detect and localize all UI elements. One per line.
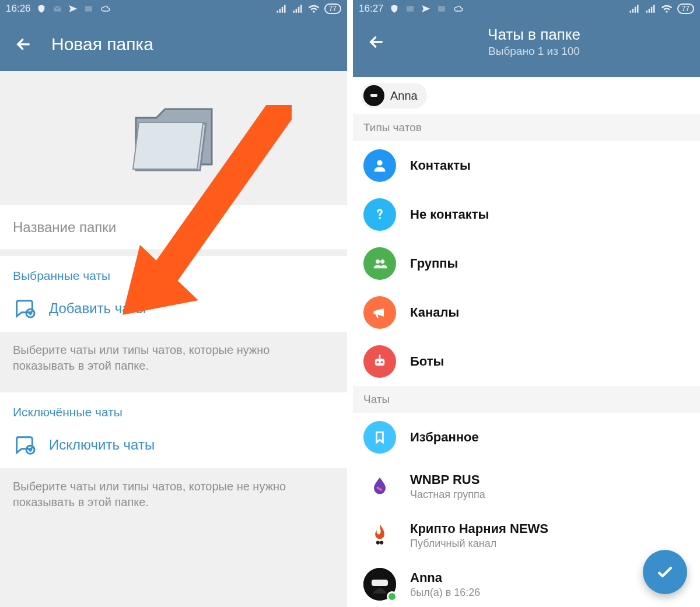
shield-icon: [390, 4, 399, 13]
svg-point-9: [377, 361, 379, 363]
status-bar: 16:26 77: [0, 0, 347, 17]
chat-subtitle: был(а) в 16:26: [410, 587, 480, 599]
type-label: Каналы: [410, 305, 459, 320]
wifi-icon: [661, 3, 673, 15]
svg-point-10: [381, 361, 383, 363]
mail-icon: [405, 4, 415, 13]
selected-chats-header: Выбранные чаты: [0, 250, 347, 289]
chat-title: WNBP RUS: [410, 472, 485, 487]
mail-icon-2: [436, 4, 447, 13]
svg-rect-15: [372, 580, 388, 586]
selected-chats-hint: Выберите чаты или типы чатов, которые ну…: [0, 332, 347, 387]
megaphone-icon: [363, 296, 396, 329]
type-label: Не контакты: [410, 207, 489, 222]
type-label: Группы: [410, 256, 458, 271]
check-icon: [655, 562, 675, 582]
type-row-group[interactable]: Группы: [353, 239, 700, 288]
chip-anna[interactable]: Anna: [361, 83, 427, 108]
folder-illustration: [0, 71, 347, 205]
chat-plus-icon: [13, 297, 36, 320]
avatar-icon: [363, 421, 396, 454]
add-chats-label: Добавить чаты: [49, 300, 146, 317]
chats-section-header: Чаты: [353, 386, 700, 413]
chat-subtitle: Публичный канал: [410, 538, 548, 550]
selected-chips-row: Anna: [353, 77, 700, 114]
type-row-person[interactable]: Контакты: [353, 141, 700, 190]
signal-icon-2: [645, 3, 656, 15]
folder-name-input[interactable]: Название папки: [0, 205, 347, 250]
phone-left: 16:26 77 Нов: [0, 0, 347, 607]
chat-title: Избранное: [410, 430, 479, 445]
question-icon: [363, 198, 396, 231]
back-button[interactable]: [363, 29, 389, 55]
app-bar: Новая папка: [0, 17, 347, 71]
excluded-chats-hint: Выберите чаты или типы чатов, которые не…: [0, 468, 347, 523]
cloud-icon: [100, 4, 111, 13]
app-bar: Чаты в папке Выбрано 1 из 100: [353, 17, 700, 77]
add-chats-button[interactable]: Добавить чаты: [0, 289, 347, 332]
robot-icon: [363, 345, 396, 378]
svg-point-6: [376, 259, 380, 264]
battery-indicator: 77: [324, 3, 341, 14]
page-title: Чаты в папке: [488, 26, 580, 44]
type-label: Контакты: [410, 158, 471, 173]
svg-point-12: [376, 541, 380, 544]
signal-icon: [628, 3, 640, 15]
exclude-chats-label: Исключить чаты: [49, 437, 155, 453]
person-icon: [363, 149, 396, 182]
send-icon: [421, 4, 430, 13]
exclude-chats-button[interactable]: Исключить чаты: [0, 425, 347, 468]
status-time: 16:26: [6, 3, 31, 15]
status-time: 16:27: [359, 3, 384, 15]
mail-icon-2: [83, 4, 94, 13]
svg-point-13: [380, 541, 383, 544]
mail-icon: [52, 4, 62, 13]
type-row-megaphone[interactable]: Каналы: [353, 288, 700, 337]
group-icon: [363, 247, 396, 280]
svg-point-7: [380, 259, 384, 264]
page-title: Новая папка: [51, 34, 153, 54]
svg-rect-3: [370, 94, 377, 97]
chat-title: Anna: [410, 570, 480, 585]
confirm-fab[interactable]: [643, 550, 687, 594]
chat-subtitle: Частная группа: [410, 489, 485, 501]
avatar-icon: [363, 519, 396, 552]
excluded-chats-header: Исключённые чаты: [0, 387, 347, 425]
svg-point-4: [377, 160, 382, 166]
svg-point-11: [379, 355, 381, 357]
avatar-icon: [363, 470, 396, 503]
cloud-icon: [453, 4, 464, 13]
send-icon: [68, 4, 78, 13]
avatar-icon: [363, 568, 396, 601]
signal-icon-2: [292, 3, 303, 15]
chip-label: Anna: [390, 89, 418, 103]
avatar-anna-icon: [363, 85, 384, 106]
type-label: Боты: [410, 354, 444, 369]
battery-indicator: 77: [677, 3, 694, 14]
phone-right: 16:27 77 Чаты в папке Выбрано 1 из 100: [353, 0, 700, 607]
chat-plus-icon: [13, 433, 36, 457]
svg-rect-8: [375, 359, 384, 366]
type-row-question[interactable]: Не контакты: [353, 190, 700, 239]
types-section-header: Типы чатов: [353, 114, 700, 141]
status-bar: 16:27 77: [353, 0, 700, 17]
back-button[interactable]: [10, 31, 36, 57]
wifi-icon: [308, 3, 320, 15]
shield-icon: [37, 4, 46, 13]
type-row-robot[interactable]: Боты: [353, 337, 700, 386]
chat-title: Крипто Нарния NEWS: [410, 521, 548, 536]
page-subtitle: Выбрано 1 из 100: [488, 45, 580, 58]
svg-point-5: [379, 217, 381, 219]
chat-row[interactable]: Крипто Нарния NEWSПубличный канал: [353, 511, 700, 560]
signal-icon: [275, 3, 287, 15]
chat-row[interactable]: WNBP RUSЧастная группа: [353, 462, 700, 511]
chat-row[interactable]: Избранное: [353, 413, 700, 462]
